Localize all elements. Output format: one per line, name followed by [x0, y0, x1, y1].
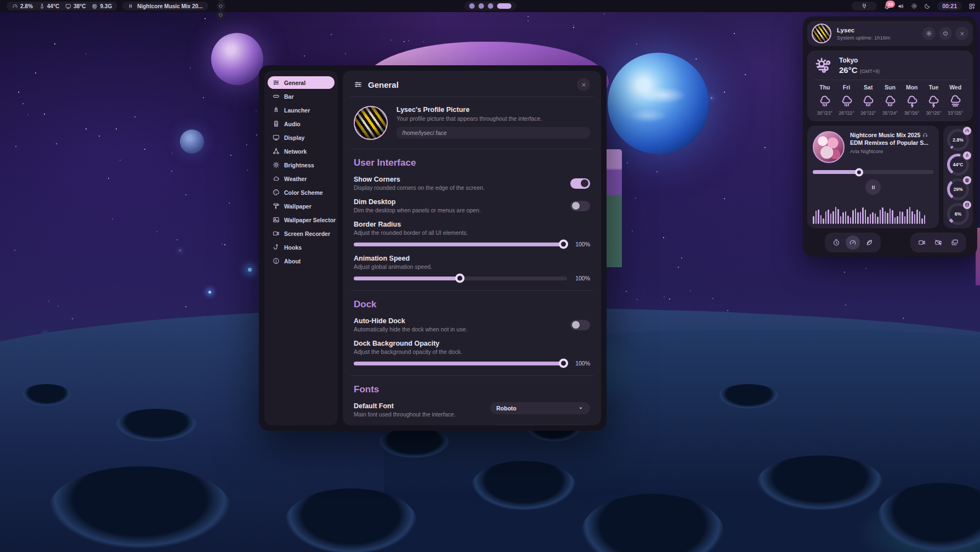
slider-knob[interactable] — [559, 359, 568, 368]
sidebar-item-hooks[interactable]: Hooks — [268, 241, 335, 254]
gauge-badge — [963, 151, 971, 160]
sidebar-item-bar[interactable]: Bar — [268, 90, 335, 103]
night-light-button[interactable] — [924, 3, 931, 9]
sidebar-item-audio[interactable]: Audio — [268, 117, 335, 130]
stat-value: 9.3G — [100, 3, 112, 9]
slider-knob[interactable] — [559, 240, 568, 249]
small-planet — [180, 129, 204, 154]
viz-bar — [887, 213, 888, 224]
sidebar-item-label: Color Scheme — [284, 189, 323, 196]
forecast-day-label: Mon — [901, 84, 923, 91]
quick-settings-panel: Lysec System uptime: 1h16m Tokyo 26°C (G… — [803, 16, 977, 257]
sidebar-item-launcher[interactable]: Launcher — [268, 104, 335, 116]
divider — [814, 80, 966, 80]
headphones-icon — [922, 132, 928, 138]
workspace-dot-4[interactable] — [497, 3, 511, 9]
workspace-dot-2[interactable] — [478, 3, 484, 9]
setting-row-default-font: Default Font Main font used throughout t… — [354, 402, 590, 418]
screens-icon — [951, 239, 959, 246]
setting-desc: Adjust the background opacity of the doc… — [354, 348, 590, 355]
close-button[interactable] — [577, 78, 590, 91]
sidebar-item-wallpaper-selector[interactable]: Wallpaper Selector — [268, 213, 335, 226]
workspace-dot-1[interactable] — [469, 3, 474, 9]
viz-bar — [914, 214, 916, 224]
sidebar-item-brightness[interactable]: Brightness — [268, 159, 335, 171]
power-profile-leaf-button[interactable] — [862, 235, 876, 250]
dock-background-opacity-slider[interactable] — [354, 362, 567, 365]
viz-bar — [837, 209, 839, 224]
videocam-icon — [918, 239, 926, 246]
screens-button[interactable] — [948, 235, 962, 250]
auto-hide-dock-toggle[interactable] — [570, 320, 590, 330]
profile-path-input[interactable] — [396, 127, 590, 139]
viz-bar — [865, 210, 866, 224]
media-pill[interactable]: Nightcore Music Mix 20... — [122, 2, 208, 10]
dim-desktop-toggle[interactable] — [570, 201, 590, 211]
settings-sidebar: General Bar Launcher Audio Display Netwo… — [264, 71, 338, 425]
image-icon — [273, 216, 280, 223]
videocam-button[interactable] — [915, 235, 929, 250]
sidebar-item-about[interactable]: About — [268, 255, 335, 267]
overview-button[interactable] — [968, 3, 976, 10]
sidebar-item-general[interactable]: General — [268, 76, 335, 89]
tray-cable-button[interactable] — [852, 2, 877, 10]
stat-speedometer: 2.8% — [12, 3, 33, 9]
section-title: User Interface — [354, 157, 590, 168]
stat-monitor: 38°C — [65, 3, 86, 9]
sidebar-item-display[interactable]: Display — [268, 131, 335, 144]
heart-button[interactable] — [217, 2, 225, 10]
brightness-button[interactable] — [911, 3, 917, 9]
animation-speed-slider[interactable] — [354, 277, 567, 280]
viz-bar — [862, 207, 864, 224]
viz-bar — [847, 216, 849, 224]
viz-bar — [902, 212, 903, 224]
gauge-badge — [963, 127, 971, 135]
sidebar-item-color-scheme[interactable]: Color Scheme — [268, 186, 335, 199]
workspace-indicator[interactable] — [464, 2, 516, 10]
viz-bar — [919, 211, 921, 224]
viz-bar — [832, 211, 834, 224]
viz-bar — [892, 210, 893, 224]
fog-icon — [949, 94, 962, 108]
setting-desc: Display rounded corners on the edge of t… — [354, 184, 485, 191]
pause-button[interactable] — [865, 179, 881, 195]
clock[interactable]: 00:21 — [937, 2, 962, 10]
power-profile-speedometer-button[interactable] — [846, 235, 860, 250]
flame-icon — [965, 153, 970, 158]
settings-window: General Bar Launcher Audio Display Netwo… — [259, 65, 607, 431]
viz-bar — [916, 210, 918, 224]
divider — [350, 375, 593, 376]
album-art — [813, 131, 845, 163]
notifications-button[interactable]: 23 — [883, 3, 891, 10]
power-button[interactable] — [939, 27, 952, 40]
sidebar-item-screen-recorder[interactable]: Screen Recorder — [268, 227, 335, 240]
purple-planet — [211, 33, 263, 85]
gauge-badge — [963, 201, 971, 209]
close-panel-button[interactable] — [955, 27, 968, 40]
sidebar-item-network[interactable]: Network — [268, 145, 335, 157]
rain-icon — [840, 94, 853, 108]
videocam-off-button[interactable] — [931, 235, 945, 250]
border-radius-slider[interactable] — [354, 243, 567, 246]
seek-bar[interactable] — [813, 170, 933, 174]
sidebar-item-wallpaper[interactable]: Wallpaper — [268, 200, 335, 212]
power-profile-timer-button[interactable] — [829, 235, 843, 250]
settings-button[interactable] — [922, 27, 936, 40]
setting-row-border-radius: Border Radius Adjust the rounded border … — [354, 221, 590, 247]
settings-header: General — [354, 77, 590, 92]
viz-bar — [907, 209, 908, 224]
heart-button[interactable] — [217, 10, 225, 19]
divider — [350, 149, 593, 149]
rain-icon — [883, 94, 897, 108]
default-font-dropdown[interactable]: Roboto — [490, 402, 590, 414]
workspace-dot-3[interactable] — [488, 3, 493, 9]
volume-button[interactable] — [897, 3, 904, 10]
sidebar-item-weather[interactable]: Weather — [268, 172, 335, 185]
forecast-day-mon: Mon 36°/26° — [901, 84, 923, 116]
show-corners-toggle[interactable] — [570, 178, 590, 189]
slider-knob[interactable] — [455, 274, 464, 283]
fixed-width-font-dropdown[interactable]: DejaVu Sans Mono — [490, 425, 590, 425]
gauge-flame: 44°C — [947, 154, 969, 176]
setting-label: Default Font — [354, 402, 456, 410]
gauge-value: 6% — [950, 206, 966, 222]
